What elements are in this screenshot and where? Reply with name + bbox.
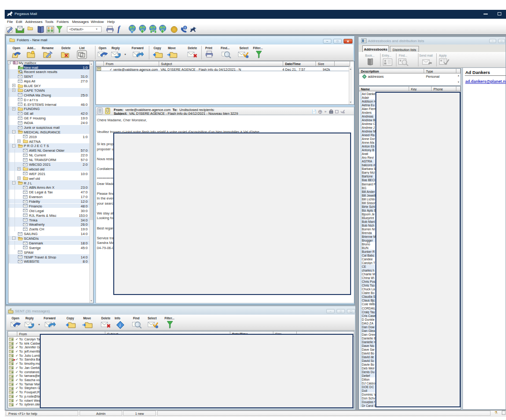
svg-text:i: i (119, 323, 121, 328)
